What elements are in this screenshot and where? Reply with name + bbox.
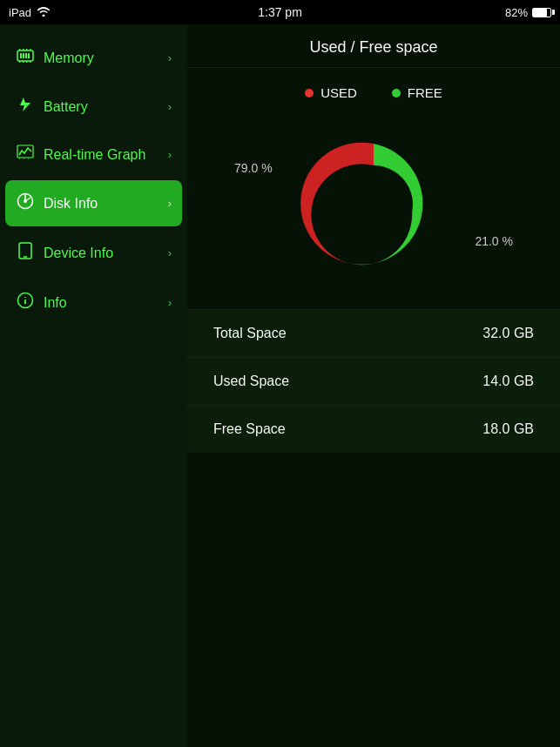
free-space-value: 18.0 GB — [482, 421, 534, 437]
svg-rect-8 — [30, 49, 31, 50]
sidebar-item-diskinfo[interactable]: Disk Info › — [5, 180, 182, 226]
battery-chevron: › — [168, 100, 172, 113]
sidebar-battery-label: Battery — [44, 99, 159, 115]
sidebar-diskinfo-label: Disk Info — [44, 196, 159, 212]
svg-point-27 — [334, 165, 413, 244]
total-space-value: 32.0 GB — [482, 326, 534, 341]
free-label: FREE — [408, 85, 442, 100]
svg-rect-5 — [19, 49, 21, 50]
used-percent-label: 21.0 % — [475, 234, 513, 248]
sidebar-realtime-label: Real-time Graph — [44, 147, 159, 163]
used-space-label: Used Space — [213, 374, 289, 389]
sidebar: Memory › Battery › Real- — [0, 24, 187, 747]
table-row: Total Space 32.0 GB — [187, 310, 560, 358]
svg-rect-12 — [30, 61, 31, 63]
used-dot — [305, 89, 314, 98]
svg-line-21 — [25, 198, 30, 201]
device-icon — [16, 242, 35, 264]
table-row: Used Space 14.0 GB — [187, 358, 560, 406]
svg-rect-7 — [26, 49, 28, 50]
sidebar-item-realtime[interactable]: Real-time Graph › — [5, 132, 182, 177]
content-header: Used / Free space — [187, 24, 560, 68]
battery-sidebar-icon — [16, 97, 35, 117]
svg-rect-6 — [23, 49, 24, 50]
sidebar-item-deviceinfo[interactable]: Device Info › — [5, 230, 182, 276]
device-label: iPad — [9, 6, 31, 19]
content-area: Used / Free space USED FREE 79.0 % 21.0 … — [187, 24, 560, 747]
total-space-label: Total Space — [213, 326, 287, 341]
sidebar-info-label: Info — [44, 295, 159, 311]
chart-legend: USED FREE — [305, 85, 442, 100]
info-icon — [16, 292, 35, 313]
svg-rect-4 — [28, 53, 30, 58]
status-right: 82% — [505, 6, 551, 19]
stats-table: Total Space 32.0 GB Used Space 14.0 GB F… — [187, 310, 560, 453]
battery-fill — [533, 9, 547, 17]
free-percent-label: 79.0 % — [234, 161, 273, 175]
donut-chart-container: 79.0 % 21.0 % — [287, 118, 461, 292]
graph-icon — [16, 145, 35, 165]
status-left: iPad — [9, 6, 51, 19]
realtime-chevron: › — [168, 148, 172, 161]
table-row: Free Space 18.0 GB — [187, 406, 560, 453]
sidebar-deviceinfo-label: Device Info — [44, 246, 159, 261]
svg-rect-2 — [23, 53, 24, 58]
free-space-label: Free Space — [213, 421, 286, 437]
battery-icon — [532, 8, 551, 17]
status-time: 1:37 pm — [258, 5, 302, 19]
diskinfo-chevron: › — [168, 197, 172, 210]
svg-rect-9 — [19, 61, 21, 63]
battery-percent: 82% — [505, 6, 528, 19]
wifi-icon — [37, 6, 51, 19]
memory-icon — [16, 47, 35, 69]
legend-free: FREE — [392, 85, 442, 100]
svg-point-26 — [24, 297, 26, 299]
disk-icon — [16, 192, 35, 214]
legend-used: USED — [305, 85, 357, 100]
sidebar-memory-label: Memory — [44, 50, 159, 66]
sidebar-item-info[interactable]: Info › — [5, 279, 182, 326]
used-space-value: 14.0 GB — [482, 374, 534, 389]
svg-marker-13 — [20, 98, 30, 111]
status-bar: iPad 1:37 pm 82% — [0, 0, 560, 24]
svg-rect-3 — [25, 53, 27, 58]
deviceinfo-chevron: › — [168, 246, 172, 259]
donut-svg — [287, 118, 461, 292]
used-label: USED — [320, 85, 357, 100]
sidebar-item-memory[interactable]: Memory › — [5, 35, 182, 81]
sidebar-item-battery[interactable]: Battery › — [5, 84, 182, 129]
info-chevron: › — [168, 296, 172, 309]
chart-section: USED FREE 79.0 % 21.0 % — [187, 68, 560, 310]
main-layout: Memory › Battery › Real- — [0, 24, 560, 747]
svg-rect-11 — [26, 61, 28, 63]
svg-rect-1 — [20, 53, 22, 58]
memory-chevron: › — [168, 51, 172, 64]
svg-rect-10 — [23, 61, 24, 63]
free-dot — [392, 89, 401, 98]
